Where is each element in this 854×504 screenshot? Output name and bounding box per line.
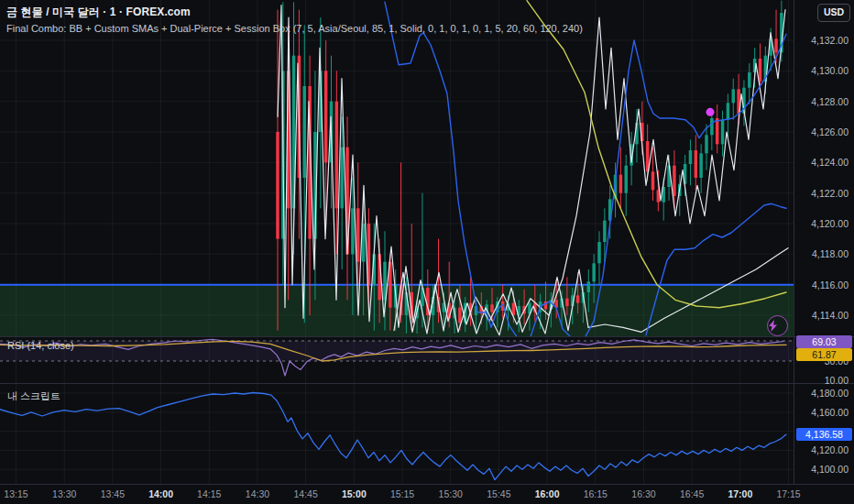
candle-body-up xyxy=(597,242,601,263)
candle-body-up xyxy=(340,148,344,209)
time-label: 15:00 xyxy=(342,488,367,499)
main-price-label: 4,126.00 xyxy=(811,126,849,137)
candle-body-down xyxy=(774,38,778,52)
script-price-label: 4,120.00 xyxy=(811,444,849,455)
candle-body-up xyxy=(625,166,629,193)
script-last-value-badge: 4,136.58 xyxy=(796,428,852,441)
time-label: 15:45 xyxy=(487,488,510,499)
rsi-value-badge: 69.03 xyxy=(796,335,852,348)
symbol-title[interactable]: 금 현물 / 미국 달러 · 1 · FOREX.com xyxy=(6,5,583,20)
candle-body-up xyxy=(705,135,708,153)
time-label: 14:30 xyxy=(246,488,269,499)
candle-body-down xyxy=(324,71,328,162)
candle-body-down xyxy=(673,166,676,196)
lightning-icon xyxy=(768,320,778,332)
script-price-label: 4,160.00 xyxy=(811,407,849,418)
candle-body-down xyxy=(276,132,279,239)
chart-legend: 금 현물 / 미국 달러 · 1 · FOREX.com Final Combo… xyxy=(6,5,583,34)
time-label: 16:45 xyxy=(680,488,704,499)
candle-body-up xyxy=(699,153,703,178)
script-pane-label[interactable]: 내 스크립트 xyxy=(7,389,60,403)
main-price-label: 4,128.00 xyxy=(811,96,849,107)
pane-separator[interactable] xyxy=(0,383,854,384)
main-price-label: 4,130.00 xyxy=(811,65,849,76)
candle-body-up xyxy=(721,120,725,145)
main-price-label: 4,124.00 xyxy=(811,157,849,168)
candle-body-up xyxy=(710,118,714,135)
rsi-level-label: 10.00 xyxy=(825,375,849,386)
candle-body-up xyxy=(689,150,693,164)
rsi-pane-label[interactable]: RSI (14, close) xyxy=(7,340,74,351)
candle-body-up xyxy=(351,208,355,254)
main-price-label: 4,120.00 xyxy=(811,218,849,229)
indicator-title[interactable]: Final Combo: BB + Custom SMAs + Dual-Pie… xyxy=(6,23,583,34)
time-label: 16:30 xyxy=(631,488,655,499)
main-price-label: 4,132.00 xyxy=(811,35,849,46)
candle-body-down xyxy=(619,175,623,193)
candle-body-down xyxy=(651,171,655,190)
sma-yellow-slow xyxy=(527,1,786,308)
trading-chart-window: 금 현물 / 미국 달러 · 1 · FOREX.com Final Combo… xyxy=(0,0,854,504)
candle-body-down xyxy=(695,150,698,178)
main-chart-canvas[interactable] xyxy=(0,0,794,336)
time-label: 13:30 xyxy=(52,488,76,499)
time-label: 17:15 xyxy=(776,488,800,499)
script-pane-canvas[interactable] xyxy=(0,384,794,484)
main-price-label: 4,114.00 xyxy=(812,310,849,321)
main-price-label: 4,122.00 xyxy=(811,188,849,199)
candle-body-down xyxy=(356,208,360,261)
candle-body-up xyxy=(587,281,591,292)
main-price-label: 4,116.00 xyxy=(812,279,849,290)
time-label: 15:30 xyxy=(439,488,463,499)
candle-body-up xyxy=(303,86,307,178)
pierce-signal-dot xyxy=(706,108,715,116)
currency-toggle-button[interactable]: USD xyxy=(817,4,850,22)
time-label: 14:00 xyxy=(148,488,173,499)
candle-body-up xyxy=(727,103,730,119)
time-label: 16:15 xyxy=(584,488,608,499)
time-label: 16:00 xyxy=(535,488,560,499)
pane-separator[interactable] xyxy=(0,336,854,337)
candle-body-up xyxy=(748,72,751,88)
time-label: 14:45 xyxy=(293,488,317,499)
candle-body-up xyxy=(592,263,596,281)
rsi-ma-value-badge: 61.87 xyxy=(796,348,852,361)
time-label: 14:15 xyxy=(197,488,221,499)
price-scale[interactable]: 4,132.004,130.004,128.004,126.004,124.00… xyxy=(794,0,854,484)
time-scale[interactable]: 13:1513:3013:4514:0014:1514:3014:4515:00… xyxy=(0,485,854,504)
candle-body-down xyxy=(576,295,580,302)
candle-body-up xyxy=(732,89,736,103)
instant-order-button[interactable] xyxy=(767,315,788,336)
script-price-label: 4,180.00 xyxy=(811,388,849,399)
candle-body-down xyxy=(759,59,762,82)
candle-body-down xyxy=(490,304,494,312)
candle-body-down xyxy=(716,118,719,144)
candle-body-up xyxy=(603,221,607,242)
candle-body-down xyxy=(458,308,462,323)
main-price-label: 4,118.00 xyxy=(812,248,849,259)
time-label: 15:15 xyxy=(390,488,414,499)
time-label: 13:15 xyxy=(4,488,27,499)
my-script-line xyxy=(0,393,786,480)
rsi-band xyxy=(0,341,794,361)
candle-body-down xyxy=(565,299,569,306)
rsi-pane-canvas[interactable] xyxy=(0,337,794,383)
time-label: 17:00 xyxy=(728,488,752,499)
script-price-label: 4,100.00 xyxy=(811,464,849,475)
candle-body-down xyxy=(335,102,339,209)
time-label: 13:45 xyxy=(101,488,125,499)
